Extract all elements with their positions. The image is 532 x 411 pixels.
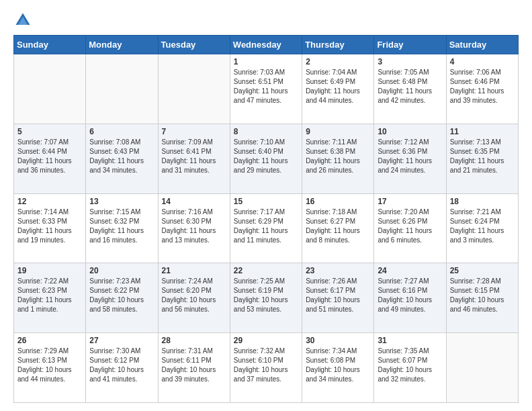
day-number: 19: [17, 266, 82, 275]
day-info: Sunrise: 7:04 AM Sunset: 6:49 PM Dayligh…: [306, 68, 370, 105]
logo: [13, 11, 35, 30]
day-number: 24: [378, 266, 442, 275]
calendar-cell: 5Sunrise: 7:07 AM Sunset: 6:44 PM Daylig…: [14, 124, 86, 193]
col-header-monday: Monday: [86, 36, 158, 54]
day-info: Sunrise: 7:31 AM Sunset: 6:11 PM Dayligh…: [162, 347, 226, 384]
calendar-cell: 19Sunrise: 7:22 AM Sunset: 6:23 PM Dayli…: [14, 263, 86, 333]
day-number: 5: [17, 127, 82, 136]
day-number: 17: [378, 197, 442, 206]
calendar-cell: 6Sunrise: 7:08 AM Sunset: 6:43 PM Daylig…: [86, 124, 158, 193]
header: [13, 11, 519, 30]
page: SundayMondayTuesdayWednesdayThursdayFrid…: [0, 0, 532, 411]
day-number: 26: [17, 336, 82, 345]
calendar-cell: 25Sunrise: 7:28 AM Sunset: 6:15 PM Dayli…: [446, 263, 518, 333]
day-info: Sunrise: 7:28 AM Sunset: 6:15 PM Dayligh…: [450, 277, 515, 314]
calendar-cell: 8Sunrise: 7:10 AM Sunset: 6:40 PM Daylig…: [230, 124, 302, 193]
day-info: Sunrise: 7:08 AM Sunset: 6:43 PM Dayligh…: [89, 138, 154, 175]
day-info: Sunrise: 7:29 AM Sunset: 6:13 PM Dayligh…: [17, 347, 82, 384]
calendar-cell: 13Sunrise: 7:15 AM Sunset: 6:32 PM Dayli…: [86, 193, 158, 263]
calendar-cell: 12Sunrise: 7:14 AM Sunset: 6:33 PM Dayli…: [14, 193, 86, 263]
day-number: 27: [89, 336, 154, 345]
calendar-cell: 31Sunrise: 7:35 AM Sunset: 6:07 PM Dayli…: [374, 333, 446, 403]
day-info: Sunrise: 7:25 AM Sunset: 6:19 PM Dayligh…: [234, 277, 298, 314]
day-info: Sunrise: 7:27 AM Sunset: 6:16 PM Dayligh…: [378, 277, 442, 314]
calendar-cell: 28Sunrise: 7:31 AM Sunset: 6:11 PM Dayli…: [158, 333, 230, 403]
calendar-cell: [86, 54, 158, 124]
calendar-cell: 7Sunrise: 7:09 AM Sunset: 6:41 PM Daylig…: [158, 124, 230, 193]
day-info: Sunrise: 7:03 AM Sunset: 6:51 PM Dayligh…: [234, 68, 298, 105]
day-number: 23: [306, 266, 370, 275]
day-number: 2: [306, 57, 370, 66]
day-info: Sunrise: 7:15 AM Sunset: 6:32 PM Dayligh…: [89, 208, 154, 245]
day-info: Sunrise: 7:06 AM Sunset: 6:46 PM Dayligh…: [450, 68, 515, 105]
day-number: 1: [234, 57, 298, 66]
calendar-cell: 1Sunrise: 7:03 AM Sunset: 6:51 PM Daylig…: [230, 54, 302, 124]
day-number: 3: [378, 57, 442, 66]
calendar-cell: 24Sunrise: 7:27 AM Sunset: 6:16 PM Dayli…: [374, 263, 446, 333]
calendar-cell: [14, 54, 86, 124]
day-number: 20: [89, 266, 154, 275]
calendar-cell: 2Sunrise: 7:04 AM Sunset: 6:49 PM Daylig…: [302, 54, 374, 124]
col-header-sunday: Sunday: [14, 36, 86, 54]
day-info: Sunrise: 7:16 AM Sunset: 6:30 PM Dayligh…: [162, 208, 226, 245]
day-info: Sunrise: 7:12 AM Sunset: 6:36 PM Dayligh…: [378, 138, 442, 175]
day-number: 12: [17, 197, 82, 206]
day-info: Sunrise: 7:34 AM Sunset: 6:08 PM Dayligh…: [306, 347, 370, 384]
day-number: 21: [162, 266, 226, 275]
calendar-table: SundayMondayTuesdayWednesdayThursdayFrid…: [13, 35, 519, 403]
calendar-cell: 10Sunrise: 7:12 AM Sunset: 6:36 PM Dayli…: [374, 124, 446, 193]
calendar-cell: 26Sunrise: 7:29 AM Sunset: 6:13 PM Dayli…: [14, 333, 86, 403]
day-info: Sunrise: 7:35 AM Sunset: 6:07 PM Dayligh…: [378, 347, 442, 384]
calendar-cell: [158, 54, 230, 124]
day-number: 8: [234, 127, 298, 136]
day-info: Sunrise: 7:13 AM Sunset: 6:35 PM Dayligh…: [450, 138, 515, 175]
week-row-0: 1Sunrise: 7:03 AM Sunset: 6:51 PM Daylig…: [14, 54, 519, 124]
calendar-cell: 22Sunrise: 7:25 AM Sunset: 6:19 PM Dayli…: [230, 263, 302, 333]
day-info: Sunrise: 7:10 AM Sunset: 6:40 PM Dayligh…: [234, 138, 298, 175]
day-number: 7: [162, 127, 226, 136]
week-row-1: 5Sunrise: 7:07 AM Sunset: 6:44 PM Daylig…: [14, 124, 519, 193]
day-number: 11: [450, 127, 515, 136]
day-number: 22: [234, 266, 298, 275]
calendar-cell: 14Sunrise: 7:16 AM Sunset: 6:30 PM Dayli…: [158, 193, 230, 263]
day-number: 6: [89, 127, 154, 136]
col-header-wednesday: Wednesday: [230, 36, 302, 54]
day-info: Sunrise: 7:24 AM Sunset: 6:20 PM Dayligh…: [162, 277, 226, 314]
day-number: 30: [306, 336, 370, 345]
day-info: Sunrise: 7:09 AM Sunset: 6:41 PM Dayligh…: [162, 138, 226, 175]
day-number: 4: [450, 57, 515, 66]
calendar-cell: 15Sunrise: 7:17 AM Sunset: 6:29 PM Dayli…: [230, 193, 302, 263]
day-number: 16: [306, 197, 370, 206]
day-number: 9: [306, 127, 370, 136]
day-info: Sunrise: 7:30 AM Sunset: 6:12 PM Dayligh…: [89, 347, 154, 384]
day-number: 10: [378, 127, 442, 136]
day-info: Sunrise: 7:11 AM Sunset: 6:38 PM Dayligh…: [306, 138, 370, 175]
day-info: Sunrise: 7:21 AM Sunset: 6:24 PM Dayligh…: [450, 208, 515, 245]
day-number: 31: [378, 336, 442, 345]
day-info: Sunrise: 7:26 AM Sunset: 6:17 PM Dayligh…: [306, 277, 370, 314]
day-number: 15: [234, 197, 298, 206]
day-info: Sunrise: 7:32 AM Sunset: 6:10 PM Dayligh…: [234, 347, 298, 384]
calendar-cell: 18Sunrise: 7:21 AM Sunset: 6:24 PM Dayli…: [446, 193, 518, 263]
day-info: Sunrise: 7:18 AM Sunset: 6:27 PM Dayligh…: [306, 208, 370, 245]
calendar-cell: 4Sunrise: 7:06 AM Sunset: 6:46 PM Daylig…: [446, 54, 518, 124]
day-info: Sunrise: 7:23 AM Sunset: 6:22 PM Dayligh…: [89, 277, 154, 314]
day-number: 29: [234, 336, 298, 345]
week-row-3: 19Sunrise: 7:22 AM Sunset: 6:23 PM Dayli…: [14, 263, 519, 333]
day-info: Sunrise: 7:22 AM Sunset: 6:23 PM Dayligh…: [17, 277, 82, 314]
week-row-2: 12Sunrise: 7:14 AM Sunset: 6:33 PM Dayli…: [14, 193, 519, 263]
day-number: 18: [450, 197, 515, 206]
col-header-saturday: Saturday: [446, 36, 518, 54]
calendar-cell: 23Sunrise: 7:26 AM Sunset: 6:17 PM Dayli…: [302, 263, 374, 333]
week-row-4: 26Sunrise: 7:29 AM Sunset: 6:13 PM Dayli…: [14, 333, 519, 403]
calendar-cell: 16Sunrise: 7:18 AM Sunset: 6:27 PM Dayli…: [302, 193, 374, 263]
calendar-cell: 17Sunrise: 7:20 AM Sunset: 6:26 PM Dayli…: [374, 193, 446, 263]
day-info: Sunrise: 7:05 AM Sunset: 6:48 PM Dayligh…: [378, 68, 442, 105]
day-info: Sunrise: 7:20 AM Sunset: 6:26 PM Dayligh…: [378, 208, 442, 245]
day-number: 25: [450, 266, 515, 275]
logo-icon: [13, 11, 32, 30]
col-header-tuesday: Tuesday: [158, 36, 230, 54]
day-number: 14: [162, 197, 226, 206]
calendar-cell: 3Sunrise: 7:05 AM Sunset: 6:48 PM Daylig…: [374, 54, 446, 124]
col-header-thursday: Thursday: [302, 36, 374, 54]
